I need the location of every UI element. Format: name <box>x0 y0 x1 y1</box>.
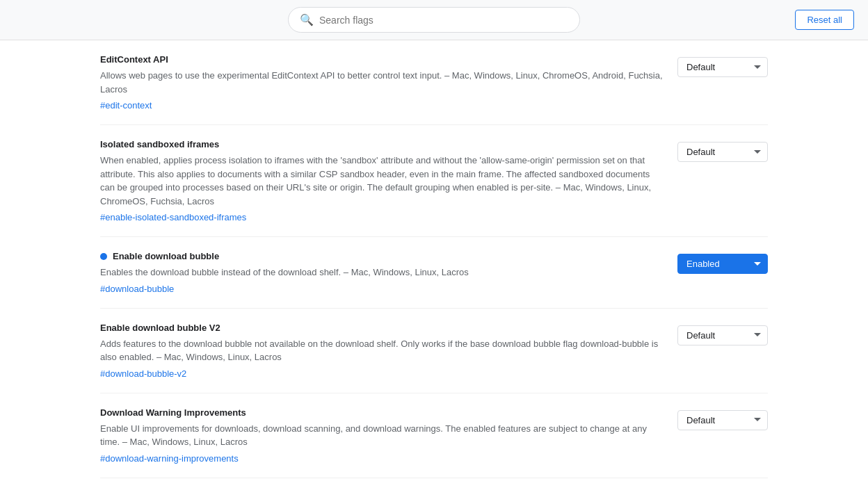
flag-description: Enables the download bubble instead of t… <box>100 266 666 279</box>
search-input[interactable] <box>319 15 568 26</box>
flag-status-select[interactable]: DefaultEnabledDisabled <box>677 142 768 162</box>
flag-item: Enable download bubble V2Adds features t… <box>100 309 768 393</box>
flag-description: When enabled, applies process isolation … <box>100 154 666 208</box>
flag-control: DefaultEnabledDisabled <box>677 251 768 274</box>
flag-description: Allows web pages to use the experimental… <box>100 69 666 96</box>
flag-title-row: Enable download bubble V2 <box>100 323 666 333</box>
flag-item: Download Warning ImprovementsEnable UI i… <box>100 393 768 478</box>
flag-status-select[interactable]: DefaultEnabledDisabled <box>677 254 768 274</box>
flag-main: Enable download bubbleEnables the downlo… <box>100 251 666 294</box>
flag-status-select[interactable]: DefaultEnabledDisabled <box>677 57 768 77</box>
flag-status-select[interactable]: DefaultEnabledDisabled <box>677 325 768 345</box>
flag-anchor-link[interactable]: #download-warning-improvements <box>100 453 239 464</box>
flag-title: EditContext API <box>100 54 168 65</box>
flag-item: Enable download bubbleEnables the downlo… <box>100 237 768 309</box>
flag-main: Enable download bubble V2Adds features t… <box>100 323 666 379</box>
flag-active-indicator <box>100 253 107 260</box>
flag-title-row: EditContext API <box>100 54 666 65</box>
flag-title-row: Isolated sandboxed iframes <box>100 139 666 149</box>
flag-control: DefaultEnabledDisabled <box>677 54 768 77</box>
flag-title: Download Warning Improvements <box>100 407 246 418</box>
flag-anchor-link[interactable]: #enable-isolated-sandboxed-iframes <box>100 212 246 222</box>
flag-title-row: Download Warning Improvements <box>100 407 666 418</box>
flag-main: Download Warning ImprovementsEnable UI i… <box>100 407 666 464</box>
flag-description: Enable UI improvements for downloads, do… <box>100 422 666 449</box>
flag-description: Adds features to the download bubble not… <box>100 337 666 364</box>
flag-anchor-link[interactable]: #edit-context <box>100 100 152 111</box>
flags-list: EditContext APIAllows web pages to use t… <box>86 40 782 478</box>
flag-title: Isolated sandboxed iframes <box>100 139 219 149</box>
flag-title: Enable download bubble V2 <box>100 323 220 333</box>
flag-control: DefaultEnabledDisabled <box>677 323 768 345</box>
flag-control: DefaultEnabledDisabled <box>677 407 768 430</box>
page-header: 🔍 Reset all <box>0 0 868 40</box>
flag-main: Isolated sandboxed iframesWhen enabled, … <box>100 139 666 222</box>
reset-all-button[interactable]: Reset all <box>795 10 854 30</box>
flag-item: EditContext APIAllows web pages to use t… <box>100 40 768 125</box>
flag-title-row: Enable download bubble <box>100 251 666 261</box>
flag-title: Enable download bubble <box>113 251 219 261</box>
flag-item: Isolated sandboxed iframesWhen enabled, … <box>100 125 768 237</box>
flag-anchor-link[interactable]: #download-bubble <box>100 284 174 294</box>
flag-main: EditContext APIAllows web pages to use t… <box>100 54 666 111</box>
flag-anchor-link[interactable]: #download-bubble-v2 <box>100 368 186 379</box>
flag-status-select[interactable]: DefaultEnabledDisabled <box>677 410 768 430</box>
search-box: 🔍 <box>288 7 580 33</box>
search-icon: 🔍 <box>300 13 314 26</box>
flag-control: DefaultEnabledDisabled <box>677 139 768 162</box>
